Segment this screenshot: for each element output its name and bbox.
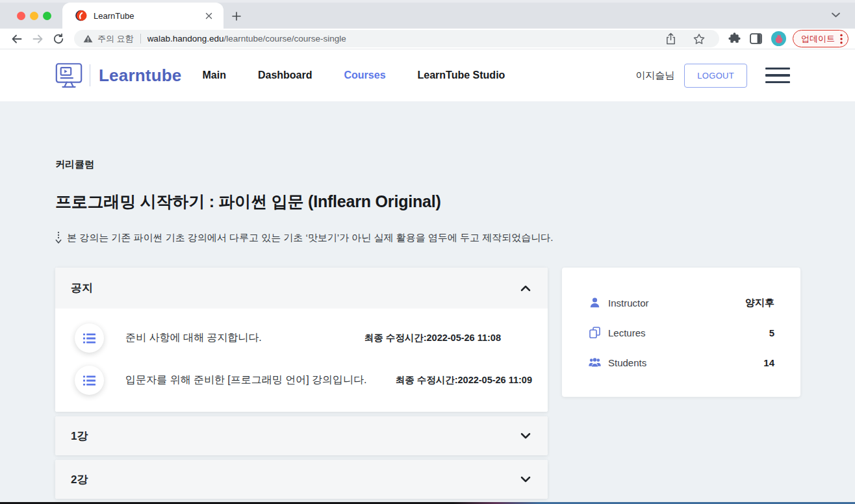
logo-text[interactable]: Learntube: [99, 66, 181, 86]
lecture-2-section-header[interactable]: 2강: [55, 460, 548, 499]
url-text[interactable]: walab.handong.edu/learntube/course/cours…: [147, 34, 346, 44]
instructor-row: Instructor 양지후: [588, 288, 774, 318]
user-icon: [588, 297, 601, 308]
tab-title: LearnTube: [94, 11, 203, 21]
copy-icon: [588, 327, 601, 338]
notice-section-header[interactable]: 공지: [55, 268, 548, 309]
notice-section-label: 공지: [71, 281, 93, 296]
update-button-label: 업데이트: [801, 33, 835, 45]
window-close-button[interactable]: [17, 12, 25, 20]
list-icon: [75, 323, 104, 353]
kebab-menu-icon[interactable]: [840, 34, 843, 44]
side-panel-icon[interactable]: [750, 33, 762, 44]
nav-item-dashboard[interactable]: Dashboard: [258, 69, 313, 81]
chevron-up-icon[interactable]: [520, 285, 531, 292]
accordion-item-lecture-2: 2강: [55, 460, 548, 499]
course-description: 본 강의는 기존 파이썬 기초 강의에서 다루고 있는 기초 ‘맛보기’가 아닌…: [55, 231, 800, 244]
tab-close-icon[interactable]: [203, 10, 214, 21]
chevron-down-icon[interactable]: [520, 476, 531, 483]
address-bar[interactable]: 주의 요함 walab.handong.edu/learntube/course…: [74, 30, 719, 47]
students-value: 14: [763, 357, 774, 368]
user-name: 이지슬님: [635, 69, 674, 82]
instructor-value: 양지후: [745, 297, 774, 309]
nav-item-courses[interactable]: Courses: [344, 69, 386, 81]
new-tab-button[interactable]: [229, 8, 244, 24]
browser-tab[interactable]: LearnTube: [62, 3, 223, 29]
notice-list-item[interactable]: 입문자를 위해 준비한 [프로그래밍 언어] 강의입니다. 최종 수정시간:20…: [55, 359, 548, 401]
site-header: Learntube Main Dashboard Courses LearnTu…: [0, 49, 855, 101]
chrome-update-button[interactable]: 업데이트: [793, 30, 849, 47]
instructor-label: Instructor: [608, 297, 649, 309]
main-nav: Main Dashboard Courses LearnTube Studio: [202, 69, 505, 81]
security-warning-icon[interactable]: [83, 34, 93, 43]
students-label: Students: [608, 357, 646, 368]
notice-title[interactable]: 준비 사항에 대해 공지합니다.: [125, 331, 262, 345]
omnibox-divider: [140, 34, 141, 44]
learntube-monitor-logo-icon: [55, 62, 83, 89]
students-row: Students 14: [588, 347, 774, 377]
accordion-item-notice: 공지 준비 사항에 대해 공지합니다. 최종 수정시간:2022-05-26 1…: [55, 268, 548, 412]
curriculum-accordion: 공지 준비 사항에 대해 공지합니다. 최종 수정시간:2022-05-26 1…: [55, 268, 548, 503]
learntube-favicon-icon: [75, 10, 87, 21]
window-zoom-button[interactable]: [43, 12, 51, 20]
page-background: 커리큘럼 프로그래밍 시작하기 : 파이썬 입문 (Inflearn Origi…: [0, 101, 855, 504]
breadcrumb: 커리큘럼: [55, 158, 800, 171]
course-info-card: Instructor 양지후 Lectures 5 Students 14: [562, 268, 800, 397]
dotted-arrow-down-icon: [55, 231, 62, 244]
security-warning-label[interactable]: 주의 요함: [97, 33, 134, 45]
url-domain: walab.handong.edu: [147, 34, 224, 44]
logo-divider: [90, 64, 90, 86]
forward-button-icon[interactable]: [29, 30, 47, 48]
lectures-row: Lectures 5: [588, 318, 774, 347]
list-icon: [75, 366, 104, 395]
accordion-item-lecture-1: 1강: [55, 416, 548, 455]
extensions-puzzle-icon[interactable]: [728, 32, 741, 45]
notice-modified-time: 최종 수정시간:2022-05-26 11:09: [396, 374, 532, 386]
back-button-icon[interactable]: [8, 30, 26, 48]
lectures-label: Lectures: [608, 327, 646, 338]
users-icon: [588, 358, 601, 368]
lecture-1-label: 1강: [71, 429, 88, 444]
window-controls[interactable]: [17, 12, 51, 20]
notice-title[interactable]: 입문자를 위해 준비한 [프로그래밍 언어] 강의입니다.: [125, 373, 367, 387]
lectures-value: 5: [769, 327, 774, 338]
nav-item-main[interactable]: Main: [202, 69, 225, 81]
lecture-1-section-header[interactable]: 1강: [55, 416, 548, 455]
page-title: 프로그래밍 시작하기 : 파이썬 입문 (Inflearn Original): [55, 191, 800, 212]
hamburger-menu-icon[interactable]: [765, 68, 790, 84]
course-description-text: 본 강의는 기존 파이썬 기초 강의에서 다루고 있는 기초 ‘맛보기’가 아닌…: [67, 232, 553, 244]
profile-avatar[interactable]: [771, 31, 786, 46]
url-path: /learntube/course/course-single: [223, 34, 346, 44]
browser-toolbar: 주의 요함 walab.handong.edu/learntube/course…: [0, 29, 855, 49]
chevron-down-icon[interactable]: [520, 433, 531, 439]
tab-strip-chevron-down-icon[interactable]: [831, 9, 841, 21]
notice-list-item[interactable]: 준비 사항에 대해 공지합니다. 최종 수정시간:2022-05-26 11:0…: [55, 317, 548, 359]
nav-item-learntube-studio[interactable]: LearnTube Studio: [418, 69, 505, 81]
lecture-2-label: 2강: [71, 472, 88, 487]
bookmark-star-icon[interactable]: [693, 33, 705, 45]
logout-button[interactable]: LOGOUT: [684, 64, 747, 88]
share-icon[interactable]: [665, 32, 676, 45]
notice-modified-time: 최종 수정시간:2022-05-26 11:08: [364, 332, 501, 344]
logo[interactable]: Learntube: [55, 62, 181, 89]
notice-section-body: 준비 사항에 대해 공지합니다. 최종 수정시간:2022-05-26 11:0…: [55, 309, 548, 412]
reload-button-icon[interactable]: [49, 30, 68, 48]
window-minimize-button[interactable]: [30, 12, 38, 20]
browser-tab-strip: LearnTube: [0, 3, 855, 29]
